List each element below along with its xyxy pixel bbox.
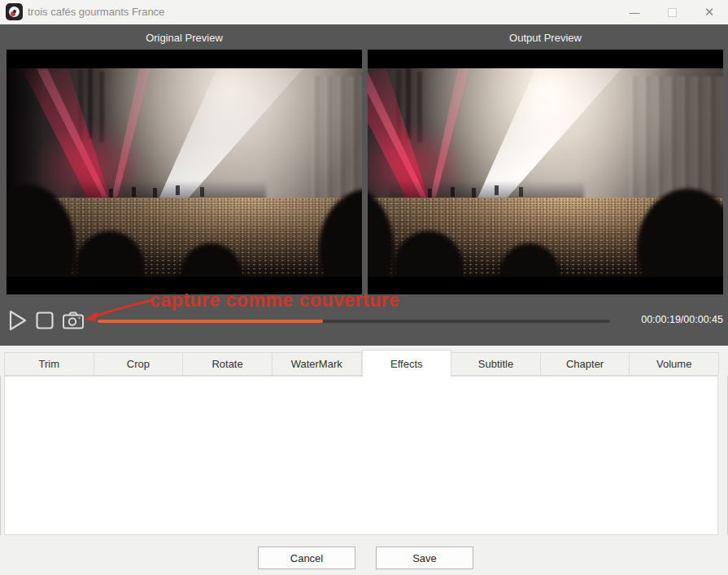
maximize-icon — [668, 8, 677, 17]
effects-panel — [4, 376, 718, 535]
output-preview-label: Output Preview — [368, 32, 723, 46]
app-window: trois cafés gourmants France — ✕ Origina… — [0, 0, 728, 575]
tab-chapter[interactable]: Chapter — [541, 352, 630, 376]
stop-button[interactable] — [35, 311, 54, 330]
progress-fill — [98, 320, 323, 323]
title-bar: trois cafés gourmants France — ✕ — [0, 0, 728, 24]
tab-strip: Trim Crop Rotate WaterMark Effects Subti… — [0, 346, 728, 376]
app-logo-icon — [6, 3, 23, 20]
close-button[interactable]: ✕ — [691, 0, 728, 24]
tab-watermark[interactable]: WaterMark — [272, 352, 362, 376]
maximize-button[interactable] — [653, 0, 691, 24]
play-button[interactable] — [8, 309, 28, 332]
tab-rotate[interactable]: Rotate — [183, 352, 272, 376]
time-display: 00:00:19/00:00:45 — [609, 314, 723, 325]
original-preview-label: Original Preview — [7, 32, 362, 46]
output-preview-video — [368, 50, 723, 294]
output-video-content — [368, 68, 723, 277]
tab-trim[interactable]: Trim — [4, 352, 94, 376]
save-button[interactable]: Save — [376, 547, 473, 569]
original-video-content — [7, 68, 362, 277]
original-preview-video — [7, 50, 362, 294]
minimize-button[interactable]: — — [616, 0, 653, 24]
tab-crop[interactable]: Crop — [94, 352, 184, 376]
cancel-button[interactable]: Cancel — [258, 547, 355, 569]
preview-section: Original Preview Output Preview — [0, 24, 728, 346]
annotation-capture-text: capture comme couverture — [150, 290, 399, 311]
window-title: trois cafés gourmants France — [28, 6, 164, 18]
seek-bar[interactable] — [98, 320, 610, 323]
tab-subtitle[interactable]: Subtitle — [451, 352, 541, 376]
footer-bar: Cancel Save — [0, 535, 728, 575]
tab-effects[interactable]: Effects — [362, 350, 452, 377]
tab-volume[interactable]: Volume — [630, 352, 719, 376]
